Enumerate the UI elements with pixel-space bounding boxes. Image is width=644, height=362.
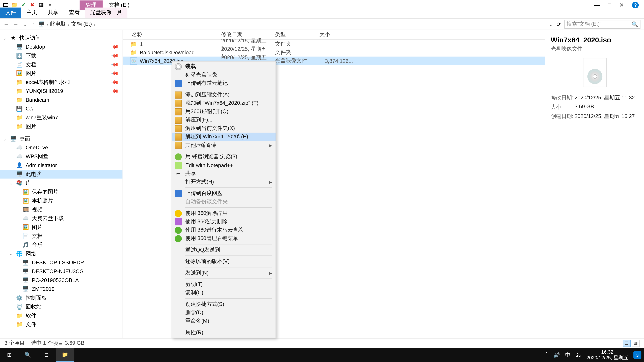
expand-icon[interactable]: ⌄ <box>3 35 7 40</box>
nav-item[interactable]: 📁图片 <box>0 122 122 131</box>
nav-item[interactable]: ⌄★快速访问 <box>0 33 122 42</box>
nav-item[interactable]: ⬇️下载📌 <box>0 51 122 60</box>
menu-item[interactable]: 解压到(F)... <box>172 116 276 124</box>
nav-item[interactable]: 🖼️图片📌 <box>0 69 122 78</box>
chevron-right-icon[interactable]: › <box>46 21 48 27</box>
tray-network-icon[interactable]: 🖧 <box>576 352 581 358</box>
expand-icon[interactable]: ⌄ <box>9 180 13 185</box>
nav-item[interactable]: 🎞️视频 <box>0 205 122 214</box>
ribbon-tab-view[interactable]: 查看 <box>64 7 85 18</box>
menu-item[interactable]: 用360压缩打开(Q) <box>172 107 276 116</box>
close-button[interactable]: ✕ <box>619 1 624 8</box>
menu-item[interactable]: 使用 360解除占用 <box>172 209 276 217</box>
expand-icon[interactable]: ⌄ <box>9 251 13 256</box>
taskbar-search-button[interactable]: 🔍 <box>18 348 37 362</box>
menu-item[interactable]: 用 蜂蜜浏览器 浏览(3) <box>172 152 276 161</box>
column-type[interactable]: 类型 <box>275 31 319 38</box>
menu-item[interactable]: 删除(D) <box>172 309 276 317</box>
menu-item[interactable]: 剪切(T) <box>172 280 276 289</box>
breadcrumb-item[interactable]: 文档 (E:) <box>71 20 92 28</box>
nav-item[interactable]: 🖼️保存的图片 <box>0 187 122 196</box>
breadcrumb-item[interactable]: 此电脑 <box>50 20 66 28</box>
menu-item[interactable]: 装载 <box>172 62 276 71</box>
breadcrumb[interactable]: 🖥️ › 此电脑 › 文档 (E:) › <box>38 20 545 28</box>
nav-item[interactable]: ⚙️控制面板 <box>0 294 122 302</box>
nav-back-button[interactable]: ← <box>4 21 9 27</box>
action-center-button[interactable]: 3 <box>634 351 641 359</box>
nav-item[interactable]: 📁Bandicam <box>0 95 122 104</box>
menu-item[interactable]: 上传到百度网盘 <box>172 189 276 198</box>
menu-item[interactable]: 重命名(M) <box>172 317 276 325</box>
menu-item[interactable]: 添加到 "Win7x64_2020.zip" (T) <box>172 99 276 107</box>
nav-item[interactable]: 🖼️图片 <box>0 223 122 232</box>
help-button[interactable]: ? <box>632 1 639 8</box>
qat-delete-icon[interactable]: ✖ <box>29 2 36 8</box>
table-row[interactable]: 📁12020/12/15, 星期二 1...文件夹 <box>123 40 545 48</box>
nav-recent-dropdown[interactable]: ⌄ <box>23 21 27 27</box>
nav-item[interactable]: ☁️OneDrive <box>0 143 122 152</box>
nav-up-button[interactable]: ↑ <box>32 21 34 27</box>
taskbar-explorer-button[interactable]: 📁 <box>56 348 74 362</box>
ribbon-tab-disc-tools[interactable]: 光盘映像工具 <box>85 7 127 18</box>
menu-item[interactable]: 其他压缩命令▸ <box>172 141 276 149</box>
menu-item[interactable]: 使用 360进行木马云查杀 <box>172 226 276 234</box>
task-view-button[interactable]: ⊟ <box>37 348 56 362</box>
qat-properties-icon[interactable]: ▦ <box>38 2 44 8</box>
nav-item[interactable]: 🖥️PC-20190530OBLA <box>0 276 122 285</box>
ribbon-tab-home[interactable]: 主页 <box>21 7 42 18</box>
nav-item[interactable]: 👤Administrator <box>0 161 122 170</box>
nav-item[interactable]: 📁excel表格制作求和📌 <box>0 78 122 87</box>
view-details-button[interactable]: ☰ <box>623 340 630 347</box>
nav-item[interactable]: ☁️WPS网盘 <box>0 152 122 161</box>
nav-item[interactable]: 📁YUNQISHI2019📌 <box>0 87 122 95</box>
nav-item[interactable]: ☁️天翼云盘下载 <box>0 214 122 223</box>
nav-item[interactable]: 🎵音乐 <box>0 241 122 249</box>
menu-item[interactable]: 刻录光盘映像 <box>172 71 276 79</box>
minimize-button[interactable]: — <box>594 1 600 8</box>
tray-volume-icon[interactable]: 🔊 <box>553 352 560 358</box>
table-row[interactable]: 📁BaiduNetdiskDownload2020/12/25, 星期五 1..… <box>123 48 545 56</box>
view-icons-button[interactable]: ▦ <box>632 340 640 347</box>
menu-item[interactable]: 解压到 Win7x64_2020\ (E) <box>172 133 276 141</box>
ribbon-tab-share[interactable]: 共享 <box>42 7 64 18</box>
nav-item[interactable]: 📁软件 <box>0 311 122 320</box>
search-icon[interactable]: 🔍 <box>632 21 638 27</box>
nav-item[interactable]: 🖥️ZMT2019 <box>0 285 122 294</box>
nav-item[interactable]: 📁文件 <box>0 320 122 329</box>
context-menu[interactable]: 装载刻录光盘映像上传到有道云笔记添加到压缩文件(A)...添加到 "Win7x6… <box>172 61 276 338</box>
nav-item[interactable]: 🖥️DESKTOP-LSSOEDP <box>0 258 122 267</box>
search-input[interactable]: 搜索"文档 (E:)" 🔍 <box>564 19 640 28</box>
tray-overflow-icon[interactable]: ˄ <box>545 352 548 358</box>
menu-item[interactable]: 属性(R) <box>172 329 276 337</box>
nav-item[interactable]: ⌄📚库 <box>0 178 122 187</box>
navigation-pane[interactable]: ⌄★快速访问🖥️Desktop📌⬇️下载📌📄文档📌🖼️图片📌📁excel表格制作… <box>0 30 123 348</box>
menu-item[interactable]: Edit with Notepad++ <box>172 161 276 169</box>
menu-item[interactable]: 发送到(N)▸ <box>172 269 276 277</box>
nav-item[interactable]: 📄文档📌 <box>0 60 122 69</box>
menu-item[interactable]: 使用 360管理右键菜单 <box>172 234 276 243</box>
maximize-button[interactable]: □ <box>608 1 611 8</box>
nav-item[interactable]: 🖼️本机照片 <box>0 196 122 205</box>
chevron-right-icon[interactable]: › <box>94 21 96 27</box>
nav-item[interactable]: 🗑️回收站 <box>0 302 122 311</box>
expand-icon[interactable]: ⌄ <box>3 136 7 141</box>
menu-item[interactable]: 添加到压缩文件(A)... <box>172 91 276 99</box>
menu-item[interactable]: 打开方式(H)▸ <box>172 178 276 186</box>
refresh-button[interactable]: ⟳ <box>556 21 561 27</box>
address-dropdown-button[interactable]: ⌄ <box>548 21 553 27</box>
nav-item[interactable]: ⌄🖥️桌面 <box>0 134 122 143</box>
menu-item[interactable]: 使用 360强力删除 <box>172 218 276 226</box>
menu-item[interactable]: 还原以前的版本(V) <box>172 257 276 266</box>
nav-item[interactable]: ⌄🌐网络 <box>0 249 122 258</box>
nav-item[interactable]: 💾G:\ <box>0 104 122 113</box>
nav-item[interactable]: 📄文档 <box>0 232 122 241</box>
menu-item[interactable]: 上传到有道云笔记 <box>172 79 276 87</box>
start-button[interactable]: ⊞ <box>0 348 18 362</box>
menu-item[interactable]: 创建快捷方式(S) <box>172 300 276 309</box>
chevron-right-icon[interactable]: › <box>68 21 70 27</box>
nav-item[interactable]: 🖥️DESKTOP-NJEU3CG <box>0 267 122 276</box>
nav-item[interactable]: 🖥️Desktop📌 <box>0 42 122 51</box>
menu-item[interactable]: ➦共享 <box>172 169 276 178</box>
qat-folder-icon[interactable]: 📁 <box>12 2 18 8</box>
taskbar[interactable]: ⊞ 🔍 ⊟ 📁 ˄ 🔊 中 🖧 16:32 2020/12/25, 星期五 3 <box>0 348 644 362</box>
